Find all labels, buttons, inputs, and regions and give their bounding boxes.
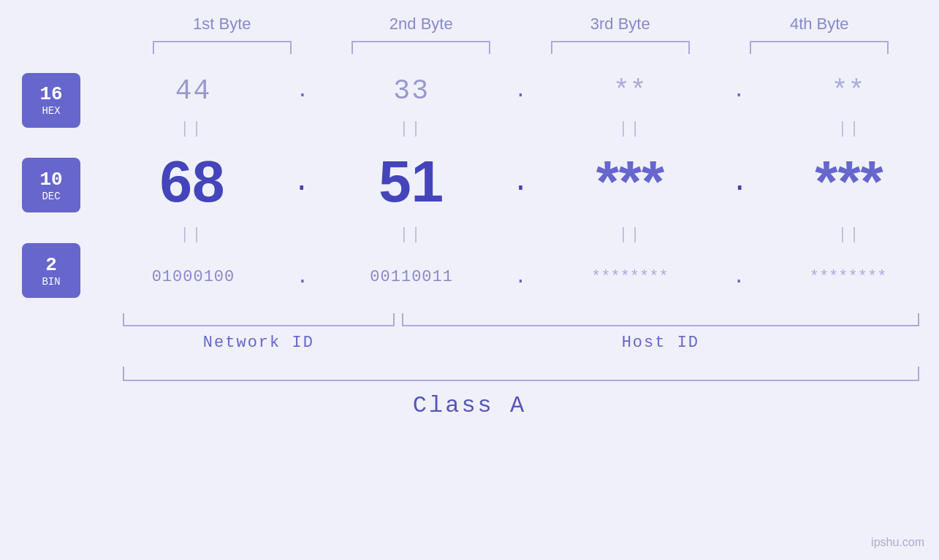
- network-id-label: Network ID: [123, 334, 395, 352]
- dot-hex-3: .: [733, 80, 745, 102]
- bracket-top-4: [750, 41, 889, 54]
- byte-label-1: 1st Byte: [142, 15, 303, 34]
- main-grid: 16 HEX 10 DEC 2 BIN 44 . 33: [0, 61, 939, 310]
- sep-char-5: ||: [180, 226, 203, 244]
- dec-badge: 10 DEC: [22, 158, 80, 212]
- class-label: Class A: [413, 392, 526, 419]
- badge-column: 16 HEX 10 DEC 2 BIN: [0, 61, 102, 310]
- dot-hex-1: .: [296, 80, 308, 102]
- bin-badge: 2 BIN: [22, 243, 80, 298]
- main-container: 1st Byte 2nd Byte 3rd Byte 4th Byte 16 H…: [0, 0, 939, 560]
- hex-val-1: 44: [175, 75, 212, 107]
- bin-val-2: 00110011: [370, 268, 453, 286]
- dot-hex-2: .: [514, 80, 527, 102]
- dot-bin-2: .: [514, 266, 527, 288]
- hex-val-4: **: [832, 75, 865, 107]
- dot-dec-2: .: [512, 166, 529, 199]
- hex-cell-1: 44: [113, 75, 273, 107]
- hex-cell-4: **: [768, 75, 929, 107]
- dot-bin-3: .: [733, 266, 745, 288]
- host-id-label: Host ID: [402, 334, 919, 352]
- dec-row: 68 . 51 . *** . ***: [102, 138, 939, 226]
- sep-8: ||: [769, 226, 930, 244]
- hex-cell-3: **: [550, 75, 710, 107]
- dec-badge-number: 10: [39, 169, 62, 191]
- dec-val-3: ***: [596, 148, 664, 215]
- bin-badge-number: 2: [45, 254, 57, 276]
- dec-cell-1: 68: [112, 148, 273, 215]
- bracket-top-2: [351, 41, 490, 54]
- bin-cell-4: ********: [768, 268, 929, 286]
- dot-bin-1: .: [296, 266, 308, 288]
- sep-char-7: ||: [618, 226, 642, 244]
- hex-val-3: **: [613, 75, 647, 107]
- sep-4: ||: [769, 120, 930, 138]
- byte-label-2: 2nd Byte: [341, 15, 501, 34]
- sep-1: ||: [112, 120, 273, 138]
- sep-char-6: ||: [399, 226, 422, 244]
- byte-labels-row: 1st Byte 2nd Byte 3rd Byte 4th Byte: [123, 15, 919, 34]
- sep-char-1: ||: [180, 120, 203, 138]
- sep-6: ||: [331, 226, 492, 244]
- bin-badge-label: BIN: [42, 276, 60, 288]
- hex-badge-label: HEX: [42, 105, 60, 117]
- dec-cell-2: 51: [331, 148, 492, 215]
- bracket-top-3: [551, 41, 690, 54]
- bracket-top-1: [153, 41, 292, 54]
- dec-val-4: ***: [815, 148, 883, 215]
- bin-val-3: ********: [591, 268, 669, 286]
- sep-7: ||: [550, 226, 711, 244]
- hex-cell-2: 33: [331, 75, 492, 107]
- dec-val-2: 51: [379, 148, 444, 215]
- values-area: 44 . 33 . ** . ** ||: [102, 61, 939, 310]
- bottom-section: Network ID Host ID: [123, 313, 919, 352]
- bracket-bottom-host: [402, 313, 919, 326]
- dec-badge-label: DEC: [42, 191, 60, 202]
- id-labels: Network ID Host ID: [123, 334, 919, 352]
- dot-dec-3: .: [731, 166, 748, 199]
- sep-char-8: ||: [837, 226, 861, 244]
- bin-cell-1: 01000100: [113, 268, 273, 286]
- bin-val-4: ********: [810, 268, 887, 286]
- sep-char-4: ||: [837, 120, 861, 138]
- big-bottom-bracket: [123, 367, 919, 381]
- bin-row: 01000100 . 00110011 . ******** . *******…: [102, 244, 939, 310]
- byte-label-3: 3rd Byte: [540, 15, 701, 34]
- bin-val-1: 01000100: [152, 268, 235, 286]
- sep-char-3: ||: [618, 120, 642, 138]
- bin-cell-2: 00110011: [331, 268, 492, 286]
- sep-char-2: ||: [399, 120, 422, 138]
- bracket-bottom-network: [123, 313, 395, 326]
- sep-5: ||: [112, 226, 273, 244]
- watermark: ipshu.com: [871, 536, 924, 549]
- bottom-brackets: [123, 313, 919, 328]
- sep-2: ||: [331, 120, 492, 138]
- bin-cell-3: ********: [550, 268, 710, 286]
- top-brackets: [123, 41, 919, 54]
- hex-badge-number: 16: [39, 83, 62, 105]
- dec-cell-4: ***: [769, 148, 930, 215]
- dot-dec-1: .: [293, 166, 311, 199]
- dec-cell-3: ***: [550, 148, 710, 215]
- dec-val-1: 68: [159, 148, 224, 215]
- hex-badge: 16 HEX: [22, 73, 80, 128]
- sep-3: ||: [550, 120, 711, 138]
- sep-row-2: || || || ||: [102, 226, 939, 244]
- sep-row-1: || || || ||: [102, 120, 939, 138]
- hex-row: 44 . 33 . ** . **: [102, 61, 939, 120]
- hex-val-2: 33: [393, 75, 430, 107]
- byte-label-4: 4th Byte: [739, 15, 900, 34]
